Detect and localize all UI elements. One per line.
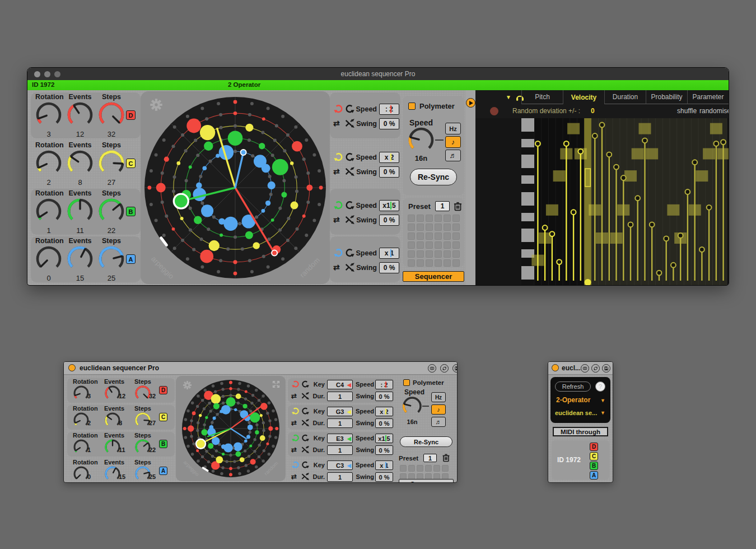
redo-arrow-icon[interactable] bbox=[291, 434, 300, 442]
preset-cell[interactable] bbox=[444, 250, 451, 258]
speed-box-B[interactable]: x1.5 bbox=[375, 434, 393, 443]
key-box-C[interactable]: G3◀ bbox=[327, 407, 353, 416]
rotation-knob-B[interactable]: Rotation 1 bbox=[73, 432, 101, 439]
undo-arrow-icon[interactable] bbox=[301, 460, 310, 469]
chevron-down-icon[interactable]: ▼ bbox=[600, 398, 605, 403]
device-selector[interactable]: euclidean se... bbox=[555, 410, 597, 416]
rotation-knob-C[interactable]: Rotation 2 bbox=[73, 405, 101, 412]
preset-cell[interactable] bbox=[426, 215, 433, 222]
velocity-square[interactable] bbox=[553, 170, 566, 182]
velocity-square[interactable] bbox=[546, 204, 558, 216]
redo-arrow-icon[interactable] bbox=[291, 460, 300, 469]
preset-cell[interactable] bbox=[408, 224, 415, 231]
events-knob-A[interactable]: Events 15 bbox=[104, 459, 132, 466]
patch-selector[interactable]: 2-Operator bbox=[556, 396, 590, 404]
euclidean-dial[interactable] bbox=[143, 95, 328, 280]
euclidean-dial[interactable] bbox=[180, 378, 281, 479]
swing-box-A[interactable]: 0 % bbox=[379, 262, 399, 273]
swap-icon[interactable]: ⇄ bbox=[333, 216, 340, 224]
preset-cell[interactable] bbox=[425, 465, 432, 472]
events-knob-D[interactable]: Events 12 bbox=[104, 378, 132, 385]
preset-cell[interactable] bbox=[444, 241, 451, 249]
global-speed-knob[interactable] bbox=[408, 127, 434, 153]
tab-parameter[interactable]: Parameter bbox=[687, 90, 729, 104]
redo-arrow-icon[interactable] bbox=[333, 152, 343, 162]
preset-cell[interactable] bbox=[408, 250, 415, 258]
help-button[interactable]: ? bbox=[595, 381, 605, 392]
shuffle-icon[interactable] bbox=[301, 445, 310, 454]
hotswap-icon[interactable] bbox=[440, 364, 449, 373]
steps-knob-A[interactable]: Steps 25 bbox=[98, 237, 125, 282]
preset-cell[interactable] bbox=[426, 232, 433, 240]
swing-box-D[interactable]: 0 % bbox=[375, 392, 393, 401]
preset-cell[interactable] bbox=[435, 215, 442, 222]
steps-knob-D[interactable]: Steps 32 bbox=[134, 378, 162, 385]
shuffle-icon[interactable] bbox=[301, 472, 310, 481]
undo-arrow-icon[interactable] bbox=[301, 407, 310, 415]
device-power-led[interactable] bbox=[552, 364, 559, 371]
sync-mode-note-button[interactable]: ♪ bbox=[445, 136, 461, 148]
velocity-graph[interactable] bbox=[475, 118, 729, 285]
dock-icon[interactable] bbox=[581, 364, 589, 373]
preset-cell[interactable] bbox=[417, 224, 424, 231]
swing-box-C[interactable]: 0 % bbox=[379, 166, 399, 178]
tab-velocity[interactable]: Velocity bbox=[563, 90, 604, 104]
preset-cell[interactable] bbox=[435, 250, 442, 258]
sequencer-button[interactable]: Sequencer bbox=[403, 271, 464, 282]
track-select-dot-D[interactable] bbox=[490, 107, 498, 115]
preset-cell[interactable] bbox=[452, 215, 460, 222]
device-power-led[interactable] bbox=[68, 364, 76, 371]
track-badge-C[interactable]: C bbox=[590, 452, 598, 460]
preset-cell[interactable] bbox=[426, 259, 433, 267]
track-badge-A[interactable]: A bbox=[159, 467, 167, 475]
global-speed-knob[interactable] bbox=[402, 396, 422, 416]
preset-cell[interactable] bbox=[417, 250, 424, 258]
preset-cell[interactable] bbox=[417, 215, 424, 222]
swap-icon[interactable]: ⇄ bbox=[291, 392, 297, 400]
trash-icon[interactable] bbox=[452, 201, 463, 211]
gear-icon[interactable] bbox=[150, 98, 163, 111]
events-knob-B[interactable]: Events 11 bbox=[67, 189, 94, 235]
save-icon[interactable] bbox=[602, 364, 610, 373]
redo-arrow-icon[interactable] bbox=[333, 104, 343, 114]
velocity-square[interactable] bbox=[639, 123, 651, 134]
velocity-square[interactable] bbox=[667, 204, 679, 216]
preset-cell[interactable] bbox=[452, 224, 460, 231]
preset-cell[interactable] bbox=[408, 241, 415, 249]
dock-icon[interactable] bbox=[428, 364, 436, 373]
hotswap-icon[interactable] bbox=[591, 364, 600, 373]
key-box-D[interactable]: C4◀ bbox=[327, 380, 353, 389]
preset-cell[interactable] bbox=[433, 465, 440, 472]
preset-cell[interactable] bbox=[435, 224, 442, 231]
randomise-action[interactable]: randomise bbox=[699, 107, 729, 115]
track-badge-A[interactable]: A bbox=[126, 254, 136, 264]
dur-box-C[interactable]: 1 bbox=[327, 418, 353, 428]
preset-cell[interactable] bbox=[444, 215, 451, 222]
swap-icon[interactable]: ⇄ bbox=[291, 446, 297, 454]
undo-arrow-icon[interactable] bbox=[301, 380, 310, 388]
track-badge-A[interactable]: A bbox=[590, 471, 598, 480]
preset-cell[interactable] bbox=[442, 465, 449, 472]
swap-icon[interactable]: ⇄ bbox=[291, 419, 297, 427]
preset-cell[interactable] bbox=[435, 232, 442, 240]
preset-cell[interactable] bbox=[400, 465, 407, 472]
shuffle-icon[interactable] bbox=[301, 418, 310, 427]
speed-box-B[interactable]: x1.5 bbox=[379, 200, 399, 211]
velocity-square[interactable] bbox=[696, 170, 708, 182]
track-badge-D[interactable]: D bbox=[126, 110, 136, 120]
velocity-square[interactable] bbox=[567, 123, 580, 134]
preset-cell[interactable] bbox=[408, 215, 415, 222]
tab-duration[interactable]: Duration bbox=[604, 90, 646, 104]
swing-box-B[interactable]: 0 % bbox=[375, 445, 393, 455]
midi-through-button[interactable]: MIDI through bbox=[553, 427, 608, 436]
speed-box-A[interactable]: x 1 bbox=[375, 460, 393, 470]
preset-cell[interactable] bbox=[452, 250, 460, 258]
sync-mode-hz-button[interactable]: Hz bbox=[445, 123, 461, 134]
speed-box-C[interactable]: x 2 bbox=[375, 407, 393, 416]
rotation-knob-D[interactable]: Rotation 3 bbox=[35, 93, 62, 138]
rotation-knob-B[interactable]: Rotation 1 bbox=[35, 189, 62, 235]
preset-cell[interactable] bbox=[452, 232, 460, 240]
resync-button[interactable]: Re-Sync bbox=[410, 169, 457, 185]
play-button[interactable] bbox=[466, 98, 475, 108]
swing-box-D[interactable]: 0 % bbox=[379, 118, 399, 129]
